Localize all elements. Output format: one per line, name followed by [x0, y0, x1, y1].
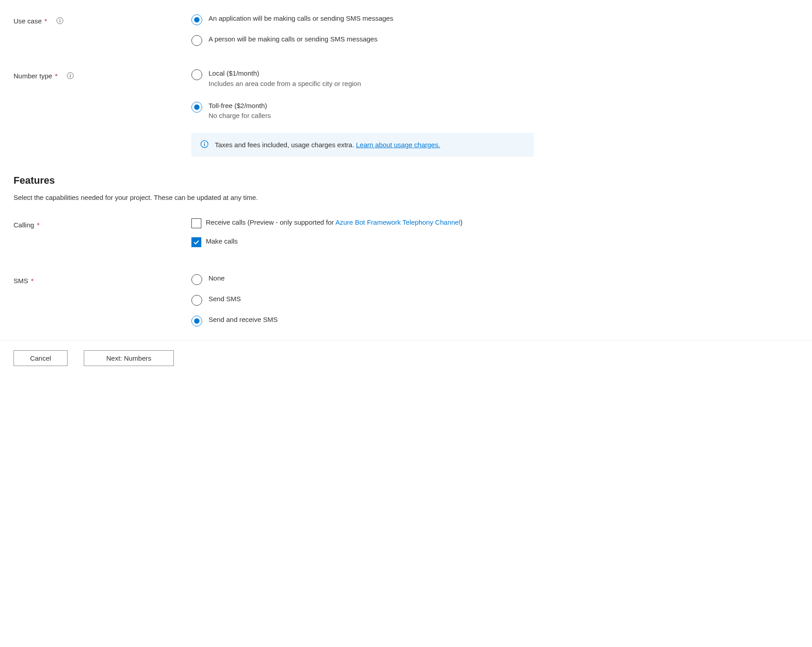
use-case-label: Use case *	[14, 17, 47, 25]
use-case-person-label: A person will be making calls or sending…	[209, 34, 377, 45]
svg-rect-2	[59, 20, 60, 23]
number-type-tollfree-label: Toll-free ($2/month)	[209, 101, 271, 111]
sms-send-radio[interactable]: Send SMS	[191, 294, 798, 306]
info-icon	[200, 140, 209, 149]
number-type-label: Number type *	[14, 72, 58, 80]
next-numbers-button[interactable]: Next: Numbers	[84, 350, 174, 366]
radio-unselected-icon	[191, 295, 202, 306]
svg-point-4	[70, 74, 71, 75]
make-calls-checkbox[interactable]: Make calls	[191, 236, 798, 247]
cancel-button[interactable]: Cancel	[14, 350, 68, 366]
svg-rect-8	[204, 144, 205, 146]
features-heading: Features	[14, 175, 798, 186]
receive-calls-suffix: )	[460, 218, 463, 226]
sms-send-receive-label: Send and receive SMS	[209, 315, 277, 325]
info-banner-text: Taxes and fees included, usage charges e…	[215, 141, 356, 149]
number-type-tollfree-radio[interactable]: Toll-free ($2/month) No charge for calle…	[191, 101, 798, 120]
sms-send-receive-radio[interactable]: Send and receive SMS	[191, 315, 798, 326]
radio-unselected-icon	[191, 69, 202, 80]
sms-label: SMS *	[14, 277, 34, 285]
receive-calls-checkbox[interactable]: Receive calls (Preview - only supported …	[191, 217, 798, 228]
number-type-local-desc: Includes an area code from a specific ci…	[209, 80, 361, 87]
radio-selected-icon	[191, 102, 202, 113]
number-type-local-radio[interactable]: Local ($1/month) Includes an area code f…	[191, 68, 798, 87]
checkbox-checked-icon	[191, 237, 201, 247]
sms-send-label: Send SMS	[209, 294, 241, 304]
features-subtext: Select the capabilities needed for your …	[14, 194, 798, 201]
info-icon[interactable]	[67, 72, 74, 79]
radio-selected-icon	[191, 14, 202, 25]
number-type-tollfree-desc: No charge for callers	[209, 112, 271, 119]
info-icon[interactable]	[56, 17, 64, 24]
use-case-person-radio[interactable]: A person will be making calls or sending…	[191, 34, 798, 46]
sms-none-radio[interactable]: None	[191, 273, 798, 285]
radio-selected-icon	[191, 316, 202, 326]
svg-point-1	[59, 19, 60, 20]
usage-charges-link[interactable]: Learn about usage charges.	[356, 141, 440, 149]
checkbox-unchecked-icon	[191, 218, 201, 228]
use-case-application-radio[interactable]: An application will be making calls or s…	[191, 14, 798, 25]
info-banner: Taxes and fees included, usage charges e…	[191, 133, 534, 157]
svg-rect-5	[70, 75, 70, 77]
receive-calls-prefix: Receive calls (Preview - only supported …	[206, 218, 336, 226]
calling-label: Calling *	[14, 221, 40, 229]
number-type-local-label: Local ($1/month)	[209, 68, 361, 79]
bot-framework-link[interactable]: Azure Bot Framework Telephony Channel	[336, 218, 460, 226]
make-calls-label: Make calls	[206, 236, 238, 247]
svg-point-7	[204, 142, 205, 143]
divider	[0, 340, 812, 340]
radio-unselected-icon	[191, 274, 202, 285]
use-case-application-label: An application will be making calls or s…	[209, 14, 393, 24]
sms-none-label: None	[209, 273, 225, 284]
radio-unselected-icon	[191, 35, 202, 46]
